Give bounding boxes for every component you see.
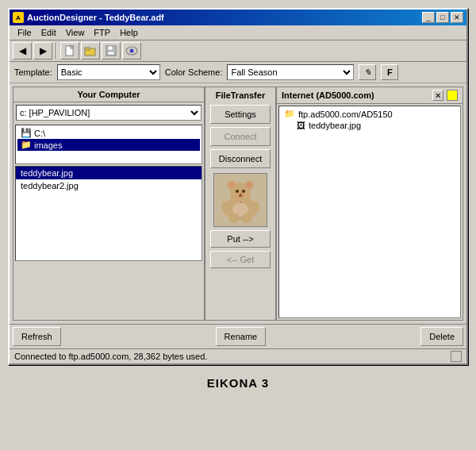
menu-ftp[interactable]: FTP [89,27,115,38]
svg-point-16 [242,190,245,193]
file-item-teddybear[interactable]: teddybear.jpg [16,167,202,179]
ftp-file-item[interactable]: 🖼 teddybear.jpg [294,120,459,131]
color-scheme-select[interactable]: Fall Season [227,64,354,80]
action-bar: Refresh Rename Delete [10,324,466,348]
svg-rect-6 [108,52,114,55]
menu-file[interactable]: File [13,27,36,38]
ftp-folder-icon: 📁 [284,109,295,119]
drive-select-row: c: [HP_PAVILION] [13,102,204,123]
get-button[interactable]: <-- Get [210,251,271,268]
back-button[interactable]: ◀ [13,42,32,60]
menu-help[interactable]: Help [115,27,143,38]
left-panel-header: Your Computer [13,87,204,102]
svg-point-14 [247,183,252,188]
ftp-file-icon: 🖼 [297,121,305,130]
refresh-button[interactable]: Refresh [13,327,61,346]
forward-button[interactable]: ▶ [33,42,52,60]
svg-point-18 [239,194,242,197]
preview-button[interactable] [122,42,141,60]
title-bar: A AuctionDesigner - TeddyBear.adf _ □ ✕ [10,10,466,25]
footer-text: EIKONA 3 [207,376,269,390]
svg-point-19 [237,194,240,195]
tree-item-c[interactable]: 💾 C:\ [17,127,200,139]
template-row: Template: Basic Color Scheme: Fall Seaso… [10,62,466,83]
toolbar: ◀ ▶ [10,40,466,62]
status-scrollbar[interactable] [451,351,462,362]
content-area: Your Computer c: [HP_PAVILION] 💾 C:\ 📁 i… [13,87,463,321]
internet-tree: 📁 ftp.ad5000.com/AD5150 🖼 teddybear.jpg [278,106,461,318]
drive-icon: 💾 [21,128,32,138]
color-scheme-label: Color Scheme: [165,67,223,77]
toolbar-separator-1 [56,43,57,59]
template-label: Template: [14,67,52,77]
menu-view[interactable]: View [61,27,90,38]
menu-edit[interactable]: Edit [36,27,61,38]
svg-point-8 [130,49,134,53]
right-panel-header: Internet (AD5000.com) ✕ [277,87,463,104]
status-bar: Connected to ftp.ad5000.com, 28,362 byte… [10,348,466,363]
file-item-teddybear2[interactable]: teddybear2.jpg [16,179,202,192]
title-controls: _ □ ✕ [422,12,463,23]
left-panel: Your Computer c: [HP_PAVILION] 💾 C:\ 📁 i… [13,87,205,320]
drive-select[interactable]: c: [HP_PAVILION] [16,105,202,121]
file-list: teddybear.jpg teddybear2.jpg [15,166,202,261]
ftp-root-item[interactable]: 📁 ftp.ad5000.com/AD5150 [281,108,459,120]
disconnect-button[interactable]: Disconnect [210,149,271,168]
rename-button[interactable]: Rename [216,327,267,346]
menu-bar: File Edit View FTP Help [10,25,466,40]
action-bar-spacer-2 [269,327,417,346]
font-button[interactable]: F [381,64,398,80]
svg-rect-5 [108,46,113,50]
scroll-indicator [447,90,458,101]
open-button[interactable] [81,42,100,60]
svg-rect-3 [85,48,90,50]
edit-template-button[interactable]: ✎ [359,64,376,80]
bear-svg [217,175,264,225]
bear-thumbnail [213,173,267,227]
svg-point-26 [241,213,252,223]
action-bar-spacer [64,327,213,346]
maximize-button[interactable]: □ [436,12,449,23]
close-window-button[interactable]: ✕ [451,12,463,23]
folder-icon: 📁 [21,140,32,150]
right-panel: Internet (AD5000.com) ✕ 📁 ftp.ad5000.com… [277,87,463,320]
save-button[interactable] [102,42,121,60]
main-window: A AuctionDesigner - TeddyBear.adf _ □ ✕ … [8,8,468,365]
preview-area [15,263,202,318]
svg-point-12 [229,183,235,188]
app-icon: A [13,12,24,23]
internet-panel-title: Internet (AD5000.com) [282,90,374,100]
svg-point-25 [228,213,240,223]
close-internet-panel-button[interactable]: ✕ [432,90,443,101]
svg-rect-1 [71,46,73,48]
svg-point-15 [236,190,239,193]
title-bar-left: A AuctionDesigner - TeddyBear.adf [13,12,164,23]
connect-button[interactable]: Connect [210,127,271,146]
file-tree: 💾 C:\ 📁 images [15,125,202,164]
status-text: Connected to ftp.ad5000.com, 28,362 byte… [14,352,207,361]
settings-button[interactable]: Settings [210,105,271,124]
tree-item-images[interactable]: 📁 images [17,139,200,151]
window-title: AuctionDesigner - TeddyBear.adf [27,13,164,22]
delete-button[interactable]: Delete [420,327,463,346]
filetransfer-header: FileTransfer [216,90,265,100]
new-button[interactable] [60,42,79,60]
minimize-button[interactable]: _ [422,12,435,23]
put-button[interactable]: Put --> [210,230,271,248]
template-select[interactable]: Basic [57,64,160,80]
middle-panel: FileTransfer Settings Connect Disconnect [205,87,277,320]
